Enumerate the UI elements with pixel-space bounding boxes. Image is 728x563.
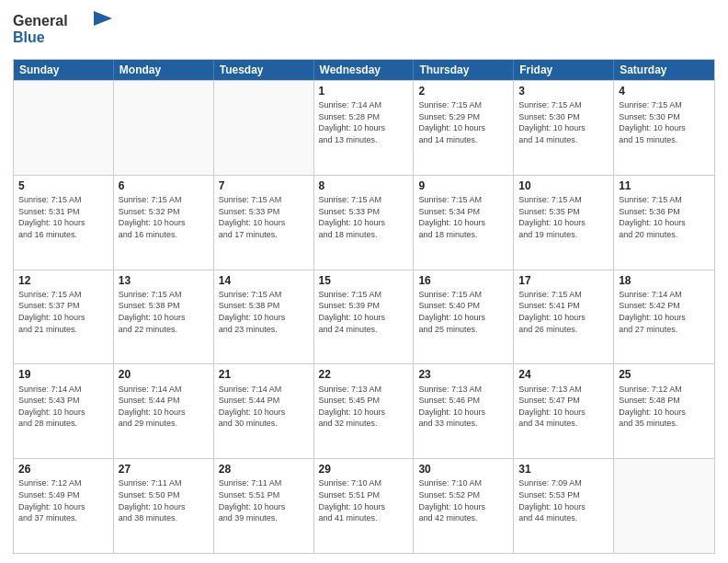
- day-number: 23: [418, 367, 508, 382]
- day-info: Sunrise: 7:14 AM Sunset: 5:42 PM Dayligh…: [619, 289, 710, 335]
- day-info: Sunrise: 7:11 AM Sunset: 5:50 PM Dayligh…: [119, 477, 209, 523]
- day-cell-27: 27Sunrise: 7:11 AM Sunset: 5:50 PM Dayli…: [114, 459, 214, 553]
- day-number: 15: [319, 273, 409, 288]
- day-info: Sunrise: 7:12 AM Sunset: 5:49 PM Dayligh…: [18, 477, 108, 523]
- day-info: Sunrise: 7:15 AM Sunset: 5:39 PM Dayligh…: [319, 289, 409, 335]
- day-info: Sunrise: 7:15 AM Sunset: 5:35 PM Dayligh…: [518, 194, 609, 240]
- week-row-2: 12Sunrise: 7:15 AM Sunset: 5:37 PM Dayli…: [14, 270, 714, 364]
- weekday-header-friday: Friday: [514, 60, 614, 80]
- day-cell-19: 19Sunrise: 7:14 AM Sunset: 5:43 PM Dayli…: [14, 364, 114, 458]
- calendar-header: SundayMondayTuesdayWednesdayThursdayFrid…: [14, 60, 714, 80]
- day-info: Sunrise: 7:14 AM Sunset: 5:44 PM Dayligh…: [119, 384, 209, 430]
- day-info: Sunrise: 7:14 AM Sunset: 5:44 PM Dayligh…: [219, 384, 309, 430]
- day-number: 30: [418, 462, 508, 477]
- day-cell-23: 23Sunrise: 7:13 AM Sunset: 5:46 PM Dayli…: [414, 364, 514, 458]
- day-number: 17: [518, 273, 609, 288]
- day-number: 8: [319, 178, 409, 193]
- weekday-header-monday: Monday: [114, 60, 214, 80]
- page: General Blue SundayMondayTuesdayWednesda…: [0, 0, 728, 563]
- day-number: 12: [18, 273, 108, 288]
- day-info: Sunrise: 7:12 AM Sunset: 5:48 PM Dayligh…: [619, 384, 710, 430]
- day-info: Sunrise: 7:15 AM Sunset: 5:37 PM Dayligh…: [18, 289, 108, 335]
- day-info: Sunrise: 7:13 AM Sunset: 5:45 PM Dayligh…: [319, 384, 409, 430]
- day-info: Sunrise: 7:14 AM Sunset: 5:28 PM Dayligh…: [319, 99, 409, 145]
- day-number: 31: [518, 462, 609, 477]
- day-cell-6: 6Sunrise: 7:15 AM Sunset: 5:32 PM Daylig…: [114, 176, 214, 270]
- day-cell-9: 9Sunrise: 7:15 AM Sunset: 5:34 PM Daylig…: [414, 176, 514, 270]
- day-cell-empty-4-6: [614, 459, 714, 553]
- day-cell-15: 15Sunrise: 7:15 AM Sunset: 5:39 PM Dayli…: [314, 270, 415, 364]
- day-number: 13: [119, 273, 209, 288]
- logo: General Blue: [13, 9, 114, 53]
- calendar: SundayMondayTuesdayWednesdayThursdayFrid…: [13, 59, 715, 554]
- day-cell-7: 7Sunrise: 7:15 AM Sunset: 5:33 PM Daylig…: [214, 176, 314, 270]
- day-number: 19: [18, 367, 108, 382]
- day-cell-1: 1Sunrise: 7:14 AM Sunset: 5:28 PM Daylig…: [314, 81, 415, 175]
- day-info: Sunrise: 7:10 AM Sunset: 5:51 PM Dayligh…: [319, 477, 409, 523]
- day-cell-empty-0-0: [14, 81, 114, 175]
- day-cell-20: 20Sunrise: 7:14 AM Sunset: 5:44 PM Dayli…: [114, 364, 214, 458]
- day-cell-21: 21Sunrise: 7:14 AM Sunset: 5:44 PM Dayli…: [214, 364, 314, 458]
- day-cell-14: 14Sunrise: 7:15 AM Sunset: 5:38 PM Dayli…: [214, 270, 314, 364]
- day-info: Sunrise: 7:15 AM Sunset: 5:34 PM Dayligh…: [418, 194, 508, 240]
- day-info: Sunrise: 7:13 AM Sunset: 5:46 PM Dayligh…: [418, 384, 508, 430]
- day-number: 29: [319, 462, 409, 477]
- day-number: 18: [619, 273, 710, 288]
- day-cell-13: 13Sunrise: 7:15 AM Sunset: 5:38 PM Dayli…: [114, 270, 214, 364]
- day-number: 7: [219, 178, 309, 193]
- day-number: 28: [219, 462, 309, 477]
- day-cell-empty-0-2: [214, 81, 314, 175]
- day-number: 14: [219, 273, 309, 288]
- day-cell-2: 2Sunrise: 7:15 AM Sunset: 5:29 PM Daylig…: [414, 81, 514, 175]
- day-number: 25: [619, 367, 710, 382]
- day-number: 11: [619, 178, 710, 193]
- calendar-body: 1Sunrise: 7:14 AM Sunset: 5:28 PM Daylig…: [14, 80, 714, 553]
- week-row-0: 1Sunrise: 7:14 AM Sunset: 5:28 PM Daylig…: [14, 80, 714, 175]
- day-info: Sunrise: 7:11 AM Sunset: 5:51 PM Dayligh…: [219, 477, 309, 523]
- day-info: Sunrise: 7:10 AM Sunset: 5:52 PM Dayligh…: [418, 477, 508, 523]
- day-info: Sunrise: 7:15 AM Sunset: 5:38 PM Dayligh…: [119, 289, 209, 335]
- day-cell-17: 17Sunrise: 7:15 AM Sunset: 5:41 PM Dayli…: [514, 270, 614, 364]
- day-info: Sunrise: 7:15 AM Sunset: 5:31 PM Dayligh…: [18, 194, 108, 240]
- day-cell-11: 11Sunrise: 7:15 AM Sunset: 5:36 PM Dayli…: [614, 176, 714, 270]
- day-info: Sunrise: 7:15 AM Sunset: 5:38 PM Dayligh…: [219, 289, 309, 335]
- day-cell-31: 31Sunrise: 7:09 AM Sunset: 5:53 PM Dayli…: [514, 459, 614, 553]
- day-number: 10: [518, 178, 609, 193]
- day-cell-4: 4Sunrise: 7:15 AM Sunset: 5:30 PM Daylig…: [614, 81, 714, 175]
- svg-marker-1: [94, 11, 112, 26]
- day-cell-24: 24Sunrise: 7:13 AM Sunset: 5:47 PM Dayli…: [514, 364, 614, 458]
- day-cell-25: 25Sunrise: 7:12 AM Sunset: 5:48 PM Dayli…: [614, 364, 714, 458]
- day-number: 6: [119, 178, 209, 193]
- svg-text:General: General: [13, 13, 68, 29]
- day-cell-28: 28Sunrise: 7:11 AM Sunset: 5:51 PM Dayli…: [214, 459, 314, 553]
- weekday-header-wednesday: Wednesday: [314, 60, 415, 80]
- day-number: 1: [319, 84, 409, 98]
- day-info: Sunrise: 7:15 AM Sunset: 5:29 PM Dayligh…: [418, 99, 508, 145]
- day-number: 3: [518, 84, 609, 98]
- day-number: 9: [418, 178, 508, 193]
- day-number: 4: [619, 84, 710, 98]
- day-cell-8: 8Sunrise: 7:15 AM Sunset: 5:33 PM Daylig…: [314, 176, 415, 270]
- day-cell-26: 26Sunrise: 7:12 AM Sunset: 5:49 PM Dayli…: [14, 459, 114, 553]
- weekday-header-saturday: Saturday: [614, 60, 714, 80]
- day-cell-30: 30Sunrise: 7:10 AM Sunset: 5:52 PM Dayli…: [414, 459, 514, 553]
- day-cell-16: 16Sunrise: 7:15 AM Sunset: 5:40 PM Dayli…: [414, 270, 514, 364]
- day-info: Sunrise: 7:15 AM Sunset: 5:30 PM Dayligh…: [518, 99, 609, 145]
- day-cell-22: 22Sunrise: 7:13 AM Sunset: 5:45 PM Dayli…: [314, 364, 415, 458]
- logo-svg: General Blue: [13, 9, 114, 50]
- day-number: 22: [319, 367, 409, 382]
- week-row-3: 19Sunrise: 7:14 AM Sunset: 5:43 PM Dayli…: [14, 363, 714, 458]
- day-number: 24: [518, 367, 609, 382]
- day-number: 16: [418, 273, 508, 288]
- day-cell-12: 12Sunrise: 7:15 AM Sunset: 5:37 PM Dayli…: [14, 270, 114, 364]
- logo-block: General Blue: [13, 9, 114, 53]
- day-number: 2: [418, 84, 508, 98]
- day-number: 26: [18, 462, 108, 477]
- weekday-header-tuesday: Tuesday: [214, 60, 314, 80]
- week-row-4: 26Sunrise: 7:12 AM Sunset: 5:49 PM Dayli…: [14, 458, 714, 553]
- day-number: 5: [18, 178, 108, 193]
- weekday-header-sunday: Sunday: [14, 60, 114, 80]
- day-number: 21: [219, 367, 309, 382]
- day-cell-18: 18Sunrise: 7:14 AM Sunset: 5:42 PM Dayli…: [614, 270, 714, 364]
- header: General Blue: [13, 9, 715, 53]
